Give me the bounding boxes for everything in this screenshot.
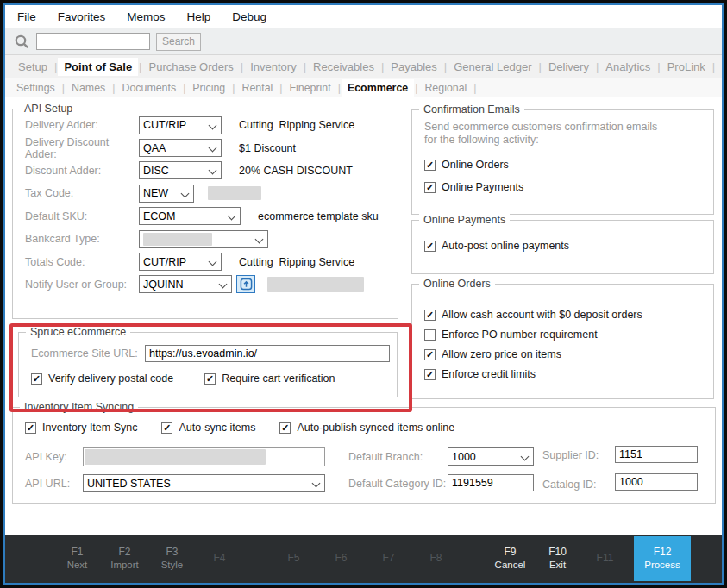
fkey-f2-import[interactable]: F2Import [101,546,148,572]
ecommerce-site-url-input[interactable] [145,345,390,362]
redacted-description [208,186,261,200]
group-title: Spruce eCommerce [26,326,130,338]
checkbox-box[interactable] [161,422,172,434]
tab-crm[interactable]: CRM [716,58,724,76]
supplier-id-input[interactable] [615,446,698,463]
checkbox-online-orders[interactable]: Online Orders [424,159,713,171]
checkbox-auto-sync-items[interactable]: Auto-sync items [161,422,255,434]
fkey-f8[interactable]: F8 [412,552,460,566]
menu-item-favorites[interactable]: Favorites [58,10,106,23]
tab-general-ledger[interactable]: General Ledger [448,58,537,76]
subtab-settings[interactable]: Settings [10,79,61,97]
fkey-number: F1 [53,546,101,560]
checkbox-box[interactable] [31,373,42,385]
content-area: API Setup Delivery Adder:CUT/RIPCutting … [5,97,722,535]
fkey-f5[interactable]: F5 [270,552,317,566]
default-sku-dropdown[interactable]: ECOM [139,207,241,225]
fkey-f10-exit[interactable]: F10Exit [534,546,581,572]
search-button[interactable]: Search [156,33,201,51]
fkey-f11[interactable]: F11 [581,552,629,566]
checkbox-label: Online Orders [442,159,509,171]
subtab-regional[interactable]: Regional [418,79,473,97]
checkbox-box[interactable] [424,182,436,193]
checkbox-auto-publish-synced-items-online[interactable]: Auto-publish synced items online [279,422,454,434]
checkbox-allow-zero-price-on-items[interactable]: Allow zero price on items [424,348,713,360]
tab-separator: | [62,82,65,94]
menu-item-debug[interactable]: Debug [232,10,266,23]
tab-purchase-orders[interactable]: Purchase Orders [143,58,240,76]
checkbox-label: Allow zero price on items [442,348,561,360]
catalog-id-input[interactable] [615,473,698,491]
checkbox-box[interactable] [204,373,216,385]
tax-code-label: Tax Code: [25,187,134,199]
subtab-documents[interactable]: Documents [116,79,182,97]
totals-code-dropdown[interactable]: CUT/RIP [139,253,222,271]
checkbox-enforce-credit-limits[interactable]: Enforce credit limits [424,368,713,380]
tab-setup[interactable]: Setup [12,58,53,76]
subtab-pricing[interactable]: Pricing [186,79,231,97]
fkey-f6[interactable]: F6 [317,552,365,566]
delivery-discount-adder-dropdown[interactable]: QAA [139,139,222,157]
checkbox-auto-post-online-payments[interactable]: Auto-post online payments [424,240,713,252]
checkbox-box[interactable] [424,310,436,321]
redacted-value [143,233,212,246]
tab-analytics[interactable]: Analytics [599,58,656,76]
checkbox-verify-delivery-postal-code[interactable]: Verify delivery postal code [31,372,173,385]
tax-code-dropdown[interactable]: NEW [139,185,194,203]
fkey-f4[interactable]: F4 [196,552,243,566]
checkbox-box[interactable] [424,329,436,341]
checkbox-box[interactable] [424,241,436,252]
default-branch-dropdown[interactable]: 1000 [448,447,534,466]
checkbox-require-cart-verification[interactable]: Require cart verification [204,372,335,385]
fkey-f7[interactable]: F7 [365,552,412,566]
sub-tab-bar: Settings|Names|Documents|Pricing|Rental|… [5,78,722,98]
fkey-number: F7 [365,552,412,566]
checkbox-enforce-po-number-requirement[interactable]: Enforce PO number requirement [424,328,713,341]
checkbox-box[interactable] [279,422,291,434]
notify-user-or-group-dropdown[interactable]: JQUINN [139,275,232,293]
field-row-discount-adder: Discount Adder:DISC20% CASH DISCOUNT [25,160,398,182]
tab-separator: | [444,60,447,73]
delivery-adder-dropdown[interactable]: CUT/RIP [139,116,222,134]
fkey-f9-cancel[interactable]: F9Cancel [486,546,534,572]
menu-item-memos[interactable]: Memos [127,10,165,23]
fkey-f3-style[interactable]: F3Style [148,546,196,572]
group-title: API Setup [20,103,77,115]
subtab-rental[interactable]: Rental [235,79,279,97]
checkbox-box[interactable] [424,349,436,360]
tab-inventory[interactable]: Inventory [244,58,303,76]
dropdown-value: ECOM [143,210,176,222]
checkbox-online-payments[interactable]: Online Payments [424,181,713,193]
bankcard-type-dropdown[interactable] [139,230,268,248]
subtab-ecommerce[interactable]: Ecommerce [342,79,414,97]
tab-receivables[interactable]: Receivables [307,58,380,76]
checkbox-label: Enforce PO number requirement [442,328,598,341]
menu-item-file[interactable]: File [17,10,36,23]
search-input[interactable] [36,33,150,50]
tab-point-of-sale[interactable]: Point of Sale [58,58,138,76]
checkbox-box[interactable] [25,422,36,434]
api-url-dropdown[interactable]: UNITED STATES [83,474,325,492]
tab-delivery[interactable]: Delivery [542,58,595,76]
checkbox-box[interactable] [424,369,436,380]
fkey-f1-next[interactable]: F1Next [53,546,101,572]
checkbox-inventory-item-sync[interactable]: Inventory Item Sync [25,422,137,434]
notify-send-button[interactable] [236,275,255,293]
subtab-names[interactable]: Names [66,79,111,97]
checkbox-box[interactable] [424,160,436,171]
checkbox-label: Verify delivery postal code [48,372,173,385]
checkbox-label: Require cart verification [222,372,335,385]
default-category-id-input[interactable] [448,474,534,491]
api-key-input[interactable] [83,447,325,466]
checkbox-allow-cash-account-with-0-deposit-orders[interactable]: Allow cash account with $0 deposit order… [424,309,713,321]
group-title: Confirmation Emails [419,103,524,116]
tab-payables[interactable]: Payables [385,58,442,76]
subtab-fineprint[interactable]: Fineprint [284,79,337,97]
totals-code-label: Totals Code: [25,256,134,268]
tab-prolink[interactable]: ProLink [661,58,711,76]
discount-adder-dropdown[interactable]: DISC [139,161,222,179]
fkey-action-label: Exit [534,559,581,572]
spruce-ecommerce-group: Spruce eCommerce Ecommerce Site URL: Ver… [18,332,398,397]
menu-item-help[interactable]: Help [187,10,211,23]
fkey-f12-process[interactable]: F12Process [634,536,691,581]
